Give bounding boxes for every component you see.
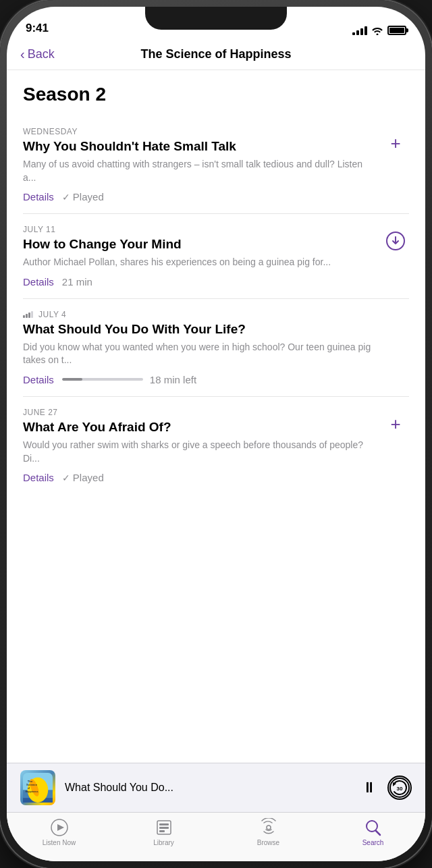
- episode-action[interactable]: +: [382, 410, 409, 437]
- progress-row: 18 min left: [62, 374, 196, 385]
- svg-rect-18: [159, 830, 165, 832]
- episode-action[interactable]: [382, 227, 409, 254]
- episode-date: JUNE 27: [23, 408, 409, 417]
- svg-rect-16: [159, 823, 169, 825]
- tab-library-label: Library: [153, 839, 174, 846]
- svg-text:30: 30: [397, 786, 403, 792]
- svg-text:Science: Science: [26, 783, 38, 786]
- progress-label: 18 min left: [150, 374, 196, 385]
- progress-fill: [62, 378, 82, 381]
- played-label: Played: [73, 472, 104, 483]
- chevron-left-icon: ‹: [20, 47, 25, 62]
- tab-library[interactable]: Library: [111, 818, 216, 846]
- svg-point-20: [367, 821, 377, 832]
- svg-line-21: [376, 831, 380, 835]
- episode-date: JULY 4: [23, 310, 409, 319]
- tab-listen-now[interactable]: Listen Now: [7, 818, 111, 846]
- svg-point-19: [267, 825, 271, 830]
- back-button[interactable]: ‹ Back: [20, 47, 55, 62]
- season-title: Season 2: [23, 84, 409, 105]
- mini-controls: ⏸ 30: [362, 776, 412, 800]
- episode-item: WEDNESDAY Why You Shouldn't Hate Small T…: [23, 116, 409, 214]
- content-area: ‹ Back The Science of Happiness Season 2…: [7, 40, 425, 861]
- episode-date: JULY 11: [23, 225, 409, 234]
- duration-label: 21 min: [62, 276, 92, 288]
- episode-date: WEDNESDAY: [23, 127, 409, 136]
- played-badge: ✓ Played: [62, 191, 104, 202]
- tab-listen-now-label: Listen Now: [43, 839, 76, 846]
- episode-description: Author Michael Pollan, shares his experi…: [23, 256, 409, 269]
- progress-bar: [62, 378, 143, 381]
- battery-icon: [387, 26, 406, 35]
- add-icon: +: [390, 134, 400, 152]
- details-link[interactable]: Details: [23, 191, 54, 202]
- tab-search[interactable]: Search: [321, 818, 425, 846]
- episode-item: JULY 11 How to Change Your Mind Author M…: [23, 214, 409, 299]
- played-badge: ✓ Played: [62, 472, 104, 483]
- details-link[interactable]: Details: [23, 374, 54, 385]
- checkmark-icon: ✓: [62, 472, 70, 483]
- svg-text:Happiness: Happiness: [25, 790, 38, 793]
- episode-title: Why You Shouldn't Hate Small Talk: [23, 139, 409, 154]
- episode-meta: Details ✓ Played: [23, 191, 409, 202]
- episode-meta: Details 18 min left: [23, 374, 409, 385]
- tab-browse-label: Browse: [257, 839, 279, 846]
- status-icons: [352, 26, 406, 35]
- add-icon: +: [390, 415, 400, 433]
- mini-player-title: What Should You Do...: [65, 782, 352, 794]
- episode-description: Would you rather swim with sharks or giv…: [23, 439, 409, 465]
- antenna-icon: [260, 818, 277, 837]
- signal-bars-small-icon: [23, 311, 33, 318]
- pause-button[interactable]: ⏸: [362, 779, 377, 796]
- episode-description: Many of us avoid chatting with strangers…: [23, 158, 409, 184]
- episode-meta: Details 21 min: [23, 276, 409, 288]
- phone-frame: 9:41 ‹: [0, 0, 432, 868]
- download-icon: [385, 230, 406, 252]
- status-time: 9:41: [26, 22, 49, 35]
- played-label: Played: [73, 191, 104, 202]
- nav-title: The Science of Happiness: [140, 47, 291, 61]
- episodes-scroll[interactable]: Season 2 WEDNESDAY Why You Shouldn't Hat…: [7, 70, 425, 763]
- tab-browse[interactable]: Browse: [216, 818, 321, 846]
- signal-strength-icon: [352, 26, 367, 35]
- play-circle-icon: [50, 818, 69, 837]
- wifi-icon: [371, 26, 383, 35]
- checkmark-icon: ✓: [62, 192, 70, 202]
- skip-forward-button[interactable]: 30: [387, 776, 412, 800]
- episode-title: How to Change Your Mind: [23, 237, 409, 252]
- episode-meta: Details ✓ Played: [23, 472, 409, 483]
- details-link[interactable]: Details: [23, 472, 54, 483]
- album-art-image: The Science of Happiness: [23, 770, 53, 805]
- episode-action[interactable]: +: [382, 130, 409, 157]
- mini-player[interactable]: The Science of Happiness What Should You…: [7, 763, 425, 812]
- skip-icon: 30: [389, 777, 410, 798]
- search-icon: [364, 818, 382, 837]
- episode-item: JULY 4 What Should You Do With Your Life…: [23, 299, 409, 397]
- back-label: Back: [28, 47, 55, 61]
- episode-description: Did you know what you wanted when you we…: [23, 341, 409, 367]
- nav-header: ‹ Back The Science of Happiness: [7, 40, 425, 70]
- library-icon: [155, 818, 173, 837]
- episode-title: What Are You Afraid Of?: [23, 420, 409, 435]
- episode-title: What Should You Do With Your Life?: [23, 322, 409, 337]
- tab-bar: Listen Now Library: [7, 812, 425, 861]
- notch: [145, 7, 287, 30]
- svg-marker-14: [57, 824, 64, 831]
- phone-screen: 9:41 ‹: [7, 7, 425, 861]
- episode-item: JUNE 27 What Are You Afraid Of? Would yo…: [23, 397, 409, 494]
- tab-search-label: Search: [362, 839, 384, 846]
- svg-rect-17: [159, 827, 169, 829]
- album-art: The Science of Happiness: [20, 770, 55, 805]
- details-link[interactable]: Details: [23, 276, 54, 288]
